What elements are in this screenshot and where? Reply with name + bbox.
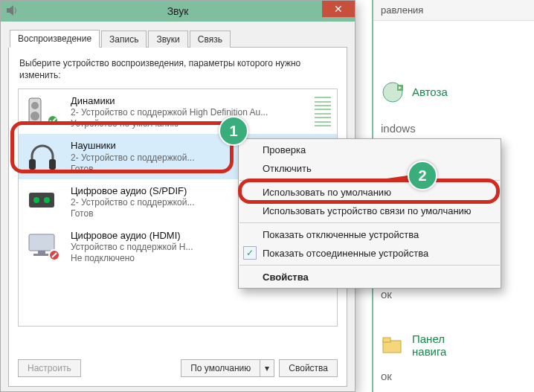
bg-item-label: ок: [381, 370, 392, 382]
ctx-set-default-comm[interactable]: Использовать устройство связи по умолчан…: [239, 202, 501, 220]
speakers-icon: [25, 95, 63, 126]
device-status: Устройство по умолчанию: [71, 118, 294, 129]
ctx-separator: [239, 265, 500, 266]
window-title: Звук: [167, 5, 189, 17]
ctx-set-default[interactable]: Использовать по умолчанию: [239, 183, 501, 202]
bg-item-label: indows: [381, 122, 416, 135]
svg-point-14: [48, 115, 58, 126]
svg-rect-22: [33, 254, 50, 256]
tab-label: Запись: [109, 34, 138, 45]
disc-icon: [381, 80, 405, 104]
svg-rect-21: [38, 251, 45, 254]
ctx-label: Проверка: [263, 144, 306, 155]
tab-label: Воспроизведение: [18, 33, 91, 44]
properties-button[interactable]: Свойства: [279, 359, 338, 377]
headphones-icon: [25, 140, 63, 171]
check-icon: ✓: [243, 246, 257, 260]
bg-item-autorun[interactable]: Автоза: [381, 80, 527, 104]
ctx-test[interactable]: Проверка: [239, 141, 501, 159]
bg-item-label: ок: [381, 288, 392, 301]
svg-marker-10: [7, 5, 13, 16]
instruction-text: Выберите устройство воспроизведения, пар…: [19, 58, 336, 81]
bottom-button-row: Настроить По умолчанию ▾ Свойства: [18, 359, 338, 377]
tab-label: Связь: [198, 34, 222, 45]
device-speakers[interactable]: Динамики 2- Устройство с поддержкой High…: [19, 89, 337, 134]
set-default-dropdown[interactable]: ▾: [260, 359, 274, 377]
level-meter: [315, 95, 331, 128]
tab-recording[interactable]: Запись: [101, 30, 147, 48]
button-label: По умолчанию: [190, 363, 251, 373]
close-icon: ✕: [334, 3, 343, 15]
ctx-separator: [239, 222, 500, 223]
device-description: 2- Устройство с поддержкой High Definiti…: [71, 107, 294, 118]
bg-item-windows: indows: [381, 122, 527, 135]
svg-point-19: [44, 197, 50, 203]
svg-rect-16: [49, 159, 56, 170]
configure-button[interactable]: Настроить: [18, 359, 81, 377]
svg-point-12: [31, 102, 39, 109]
svg-rect-17: [29, 193, 54, 208]
ctx-show-disconnected[interactable]: ✓ Показать отсоединенные устройства: [239, 244, 501, 263]
ctx-properties[interactable]: Свойства: [239, 268, 501, 286]
speaker-icon: [5, 4, 19, 17]
svg-point-18: [33, 197, 39, 203]
bg-item-navigation-panel[interactable]: Панел навига: [381, 332, 527, 359]
titlebar[interactable]: Звук ✕: [1, 1, 355, 22]
background-panel-title: равления: [373, 0, 534, 21]
svg-rect-15: [29, 159, 36, 170]
bg-item-ok2: ок: [381, 370, 527, 382]
svg-rect-20: [29, 234, 54, 251]
close-button[interactable]: ✕: [322, 1, 355, 17]
folder-icon: [381, 333, 405, 357]
svg-point-13: [30, 112, 39, 121]
ctx-separator: [239, 180, 500, 181]
ctx-label: Использовать по умолчанию: [263, 187, 391, 198]
spdif-icon: [25, 185, 63, 216]
ctx-label: Отключить: [263, 163, 312, 174]
set-default-split-button[interactable]: По умолчанию ▾: [181, 359, 274, 377]
bg-item-label: Автоза: [412, 86, 448, 98]
set-default-button[interactable]: По умолчанию: [181, 359, 260, 377]
tab-label: Звуки: [156, 34, 179, 45]
tab-sounds[interactable]: Звуки: [148, 30, 187, 48]
device-name: Динамики: [71, 95, 307, 107]
bg-item-label: Панел навига: [412, 332, 446, 359]
ctx-disable[interactable]: Отключить: [239, 159, 501, 178]
ctx-label: Показать отсоединенные устройства: [263, 248, 428, 259]
hdmi-icon: [25, 230, 63, 261]
ctx-label: Показать отключенные устройства: [263, 229, 419, 240]
tab-playback[interactable]: Воспроизведение: [10, 30, 100, 48]
ctx-label: Свойства: [263, 271, 309, 283]
ctx-show-disabled[interactable]: Показать отключенные устройства: [239, 225, 501, 244]
button-label: Настроить: [28, 363, 71, 373]
bg-item-ok1: ок: [381, 288, 527, 301]
button-label: Свойства: [289, 363, 328, 373]
chevron-down-icon: ▾: [265, 363, 269, 373]
tab-strip: Воспроизведение Запись Звуки Связь: [10, 29, 347, 48]
svg-rect-6: [383, 338, 390, 342]
ctx-label: Использовать устройство связи по умолчан…: [263, 205, 472, 216]
tab-communications[interactable]: Связь: [190, 30, 231, 48]
context-menu: Проверка Отключить Использовать по умолч…: [238, 138, 501, 289]
